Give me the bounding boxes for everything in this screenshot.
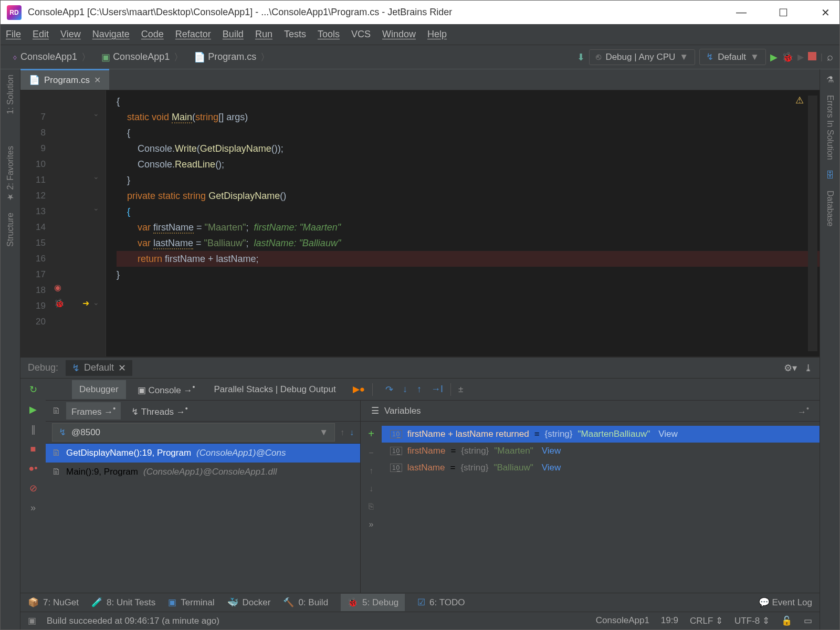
menu-build[interactable]: Build — [223, 29, 244, 40]
menu-navigate[interactable]: Navigate — [92, 29, 130, 40]
status-message: Build succeeded at 09:46:17 (a minute ag… — [47, 616, 219, 626]
menu-tools[interactable]: Tools — [318, 29, 340, 40]
bottom-tab[interactable]: ▣Terminal — [168, 597, 214, 608]
debugger-tab[interactable]: Debugger — [72, 380, 126, 399]
bottom-tab[interactable]: 📦7: NuGet — [28, 597, 79, 608]
menu-code[interactable]: Code — [141, 29, 164, 40]
status-lock-icon[interactable]: 🔓 — [781, 615, 792, 626]
run-config-dropdown[interactable]: ↯Default▼ — [699, 49, 766, 65]
more-watch-icon[interactable]: » — [369, 520, 374, 529]
frames-icon: 🗎 — [52, 406, 61, 416]
database-icon[interactable]: 🗄 — [826, 171, 834, 180]
next-frame-icon[interactable]: ↓ — [350, 428, 354, 437]
breadcrumb-file[interactable]: 📄 Program.cs — [188, 49, 275, 66]
menu-window[interactable]: Window — [382, 29, 416, 40]
step-out-icon[interactable]: ↑ — [417, 384, 422, 395]
structure-panel-button[interactable]: Structure — [6, 213, 15, 247]
favorites-panel-button[interactable]: ★ 2: Favorites — [5, 146, 15, 202]
close-button[interactable]: ✕ — [817, 6, 833, 19]
build-config-dropdown[interactable]: ⎋Debug | Any CPU▼ — [589, 49, 695, 65]
run-button[interactable]: ▶ — [770, 51, 778, 63]
menu-run[interactable]: Run — [255, 29, 272, 40]
status-encoding[interactable]: UTF-8 ⇕ — [734, 615, 770, 626]
menu-file[interactable]: File — [6, 29, 21, 40]
menu-help[interactable]: Help — [427, 29, 447, 40]
duplicate-watch-icon[interactable]: ⎘ — [369, 502, 374, 511]
breadcrumb-project[interactable]: ▣ ConsoleApp1 — [96, 49, 188, 66]
menu-view[interactable]: View — [60, 29, 81, 40]
down-watch-icon[interactable]: ↓ — [369, 484, 373, 494]
bottom-tab[interactable]: ☑6: TODO — [417, 597, 465, 608]
variable-row[interactable]: 10̲lastName = {string} "Balliauw"View — [382, 459, 820, 476]
status-memory-icon[interactable]: ▭ — [804, 615, 812, 626]
frame-item[interactable]: 🗎Main():9, Program (ConsoleApp1)@Console… — [46, 463, 360, 481]
debug-title: Debug: — [28, 362, 58, 373]
remove-watch-icon[interactable]: − — [369, 448, 373, 458]
flask-icon[interactable]: ⚗ — [826, 75, 834, 85]
bottom-tab[interactable]: 🐞5: Debug — [341, 594, 405, 611]
frame-item[interactable]: 🗎GetDisplayName():19, Program (ConsoleAp… — [46, 444, 360, 463]
close-debug-config-icon[interactable]: ✕ — [118, 362, 126, 374]
menu-edit[interactable]: Edit — [33, 29, 49, 40]
frame-list[interactable]: 🗎GetDisplayName():19, Program (ConsoleAp… — [46, 444, 360, 593]
pause-icon[interactable]: ‖ — [31, 424, 36, 435]
titlebar: RD ConsoleApp1 [C:\Users\maart\Desktop\C… — [1, 1, 839, 24]
breadcrumb-solution[interactable]: ⬨ ConsoleApp1 — [7, 49, 96, 66]
close-tab-icon[interactable]: ✕ — [94, 75, 101, 85]
variable-row[interactable]: 10̲firstName = {string} "Maarten"View — [382, 443, 820, 459]
run-to-cursor-icon[interactable]: →I — [431, 384, 443, 395]
up-watch-icon[interactable]: ↑ — [369, 466, 373, 476]
menu-vcs[interactable]: VCS — [351, 29, 371, 40]
resume-icon[interactable]: ▶ — [29, 404, 37, 415]
menu-tests[interactable]: Tests — [284, 29, 306, 40]
show-execution-point-icon[interactable]: ▶● — [353, 384, 365, 395]
variables-list[interactable]: 10̲firstName + lastName returned = {stri… — [382, 422, 820, 593]
evaluate-icon[interactable]: ± — [458, 384, 463, 395]
errors-panel-button[interactable]: Errors In Solution — [825, 95, 835, 160]
status-position[interactable]: 19:9 — [661, 615, 678, 626]
event-log-button[interactable]: 💬 Event Log — [759, 597, 812, 608]
bottom-tab[interactable]: 🐳Docker — [227, 597, 271, 608]
step-into-icon[interactable]: ↓ — [403, 384, 407, 395]
bottom-tab[interactable]: 🧪8: Unit Tests — [91, 597, 155, 608]
coverage-button[interactable]: ▶ — [797, 52, 804, 62]
threads-tab[interactable]: ↯ Threads →• — [126, 402, 193, 419]
search-icon[interactable]: ⌕ — [827, 51, 833, 63]
variables-pop-out-icon[interactable]: →• — [797, 404, 809, 417]
mute-breakpoints-icon[interactable]: ⊘ — [29, 482, 37, 494]
warning-indicator-icon[interactable]: ⚠ — [795, 94, 804, 106]
add-watch-icon[interactable]: + — [368, 428, 374, 440]
editor-gutter: ⌄⌄⌄◉⌄🐞➜ — [51, 90, 106, 356]
rerun-icon[interactable]: ↻ — [29, 384, 37, 395]
minimize-button[interactable]: — — [733, 6, 749, 19]
more-icon[interactable]: » — [30, 502, 36, 513]
tab-program-cs[interactable]: 📄Program.cs✕ — [20, 69, 109, 90]
database-panel-button[interactable]: Database — [825, 191, 835, 227]
solution-panel-button[interactable]: 1: Solution — [6, 75, 15, 114]
console-tab[interactable]: ▣ Console →• — [130, 379, 203, 400]
stop-debug-icon[interactable]: ■ — [30, 444, 36, 455]
frames-tab[interactable]: Frames →• — [66, 402, 121, 419]
menu-refactor[interactable]: Refactor — [175, 29, 211, 40]
build-icon[interactable]: ⬇ — [577, 51, 585, 63]
debug-hide-icon[interactable]: ⤓ — [804, 362, 812, 374]
status-line-ending[interactable]: CRLF ⇕ — [690, 615, 723, 626]
parallel-stacks-tab[interactable]: Parallel Stacks | Debug Output — [206, 380, 343, 399]
bottom-tab[interactable]: 🔨0: Build — [283, 597, 328, 608]
debug-tool-window: Debug: ↯Default✕ ⚙▾ ⤓ ↻ ▶ ‖ ■ ● — [20, 356, 820, 593]
step-over-icon[interactable]: ↷ — [385, 384, 393, 395]
thread-selector[interactable]: ↯@8500 ▼ — [52, 423, 335, 442]
code-editor[interactable]: 7891011121314151617181920 ⌄⌄⌄◉⌄🐞➜ { stat… — [20, 90, 820, 356]
variable-row[interactable]: 10̲firstName + lastName returned = {stri… — [382, 426, 820, 443]
maximize-button[interactable]: ☐ — [775, 6, 791, 19]
prev-frame-icon[interactable]: ↑ — [340, 428, 344, 437]
debug-button[interactable]: 🐞 — [782, 51, 793, 63]
app-icon: RD — [7, 5, 22, 20]
editor-scrollbar[interactable] — [808, 96, 817, 351]
debug-settings-icon[interactable]: ⚙▾ — [784, 362, 797, 374]
debug-config-tab[interactable]: ↯Default✕ — [66, 360, 132, 376]
code-content[interactable]: { static void Main(string[] args) { Cons… — [106, 90, 820, 356]
stop-button[interactable] — [808, 52, 816, 62]
window-title: ConsoleApp1 [C:\Users\maart\Desktop\Cons… — [28, 7, 452, 18]
breakpoints-icon[interactable]: ●• — [28, 463, 37, 474]
